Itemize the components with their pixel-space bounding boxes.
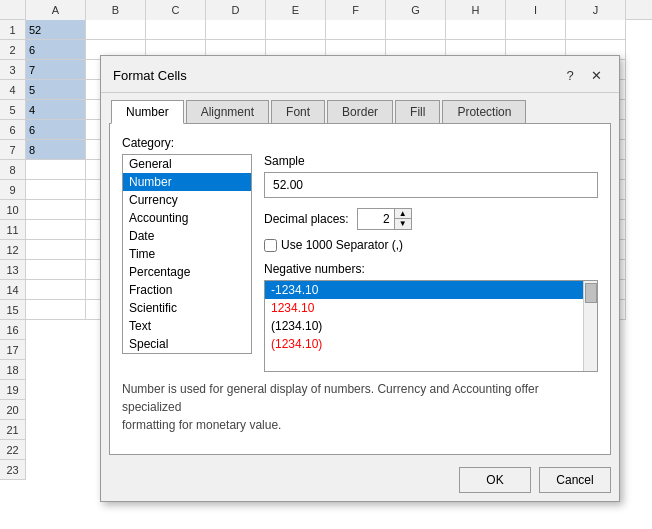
checkbox-container[interactable]: Use 1000 Separator (,) bbox=[264, 238, 403, 252]
category-list[interactable]: General Number Currency Accounting Date … bbox=[122, 154, 252, 354]
close-button[interactable]: ✕ bbox=[585, 64, 607, 86]
sample-label: Sample bbox=[264, 154, 598, 168]
cancel-button[interactable]: Cancel bbox=[539, 467, 611, 493]
category-item-general[interactable]: General bbox=[123, 155, 251, 173]
decimal-label: Decimal places: bbox=[264, 212, 349, 226]
tab-border[interactable]: Border bbox=[327, 100, 393, 124]
main-area: General Number Currency Accounting Date … bbox=[122, 154, 598, 372]
category-item-percentage[interactable]: Percentage bbox=[123, 263, 251, 281]
tab-bar: Number Alignment Font Border Fill Protec… bbox=[101, 93, 619, 123]
ok-button[interactable]: OK bbox=[459, 467, 531, 493]
dialog-content: Category: General Number Currency Accoun… bbox=[109, 123, 611, 455]
sample-box: 52.00 bbox=[264, 172, 598, 198]
separator-row: Use 1000 Separator (,) bbox=[264, 238, 598, 252]
category-item-currency[interactable]: Currency bbox=[123, 191, 251, 209]
category-item-time[interactable]: Time bbox=[123, 245, 251, 263]
negative-list-scrollbar[interactable] bbox=[583, 281, 597, 371]
format-cells-dialog: Format Cells ? ✕ Number Alignment Font B… bbox=[100, 55, 620, 502]
description-text: Number is used for general display of nu… bbox=[122, 380, 598, 434]
tab-protection[interactable]: Protection bbox=[442, 100, 526, 124]
tab-font[interactable]: Font bbox=[271, 100, 325, 124]
category-item-scientific[interactable]: Scientific bbox=[123, 299, 251, 317]
help-button[interactable]: ? bbox=[559, 64, 581, 86]
tab-fill[interactable]: Fill bbox=[395, 100, 440, 124]
separator-checkbox[interactable] bbox=[264, 239, 277, 252]
category-label: Category: bbox=[122, 136, 598, 150]
negative-label: Negative numbers: bbox=[264, 262, 598, 276]
separator-label: Use 1000 Separator (,) bbox=[281, 238, 403, 252]
category-list-container: General Number Currency Accounting Date … bbox=[122, 154, 252, 372]
dialog-titlebar: Format Cells ? ✕ bbox=[101, 56, 619, 93]
category-item-custom[interactable]: Custom bbox=[123, 353, 251, 354]
negative-list-container: -1234.10 1234.10 (1234.10) (1234.10) bbox=[264, 280, 598, 372]
category-item-date[interactable]: Date bbox=[123, 227, 251, 245]
decimal-input[interactable] bbox=[358, 210, 394, 228]
category-item-special[interactable]: Special bbox=[123, 335, 251, 353]
dialog-overlay: Format Cells ? ✕ Number Alignment Font B… bbox=[0, 0, 652, 529]
dialog-buttons: OK Cancel bbox=[101, 463, 619, 501]
category-item-number[interactable]: Number bbox=[123, 173, 251, 191]
scrollbar-thumb[interactable] bbox=[585, 283, 597, 303]
decimal-input-container[interactable]: ▲ ▼ bbox=[357, 208, 412, 230]
negative-list[interactable]: -1234.10 1234.10 (1234.10) (1234.10) bbox=[265, 281, 583, 371]
dialog-title: Format Cells bbox=[113, 68, 187, 83]
dialog-controls: ? ✕ bbox=[559, 64, 607, 86]
negative-item-1[interactable]: -1234.10 bbox=[265, 281, 583, 299]
category-item-text[interactable]: Text bbox=[123, 317, 251, 335]
category-item-accounting[interactable]: Accounting bbox=[123, 209, 251, 227]
tab-number[interactable]: Number bbox=[111, 100, 184, 124]
category-item-fraction[interactable]: Fraction bbox=[123, 281, 251, 299]
negative-item-2[interactable]: 1234.10 bbox=[265, 299, 583, 317]
negative-item-3[interactable]: (1234.10) bbox=[265, 317, 583, 335]
right-panel: Sample 52.00 Decimal places: ▲ ▼ bbox=[264, 154, 598, 372]
spin-up-button[interactable]: ▲ bbox=[395, 209, 411, 219]
negative-item-4[interactable]: (1234.10) bbox=[265, 335, 583, 353]
tab-alignment[interactable]: Alignment bbox=[186, 100, 269, 124]
spin-buttons[interactable]: ▲ ▼ bbox=[394, 209, 411, 229]
spin-down-button[interactable]: ▼ bbox=[395, 219, 411, 229]
sample-value: 52.00 bbox=[273, 178, 303, 192]
decimal-row: Decimal places: ▲ ▼ bbox=[264, 208, 598, 230]
